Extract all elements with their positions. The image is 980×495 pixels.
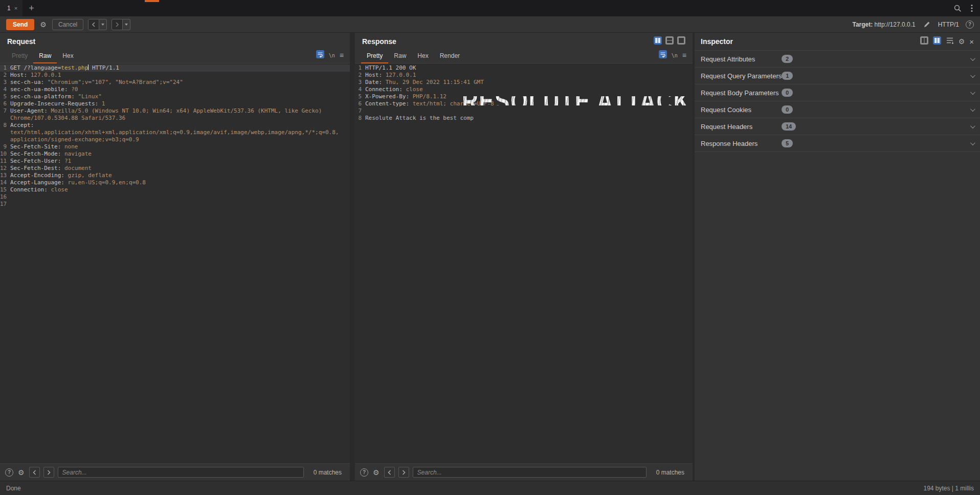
view-single-icon[interactable]	[677, 36, 685, 47]
response-tab-render[interactable]: Render	[434, 52, 465, 63]
forward-split-button	[112, 19, 130, 30]
chevron-down-icon[interactable]	[970, 106, 975, 112]
inspector-view-columns-icon[interactable]	[920, 36, 928, 47]
request-search-input[interactable]	[58, 467, 304, 478]
help-icon[interactable]: ?	[966, 20, 974, 29]
request-tab-raw[interactable]: Raw	[33, 52, 57, 63]
inspector-settings-gear-icon[interactable]: ⚙	[959, 38, 965, 45]
resolute-attack-watermark: RESOLUTE ATTACK	[462, 96, 691, 105]
http-version-toggle[interactable]: HTTP/1	[938, 21, 959, 28]
titlebar-accent	[145, 0, 159, 2]
code-line: 14Accept-Language: ru,en-US;q=0.9,en;q=0…	[0, 179, 350, 186]
wrap-toggle-icon[interactable]	[316, 50, 324, 60]
code-line: 10Sec-Fetch-Mode: navigate	[0, 150, 350, 158]
inspector-section-request-body-parameters[interactable]: Request Body Parameters0	[695, 84, 980, 101]
code-line: 15Connection: close	[0, 186, 350, 193]
view-columns-icon[interactable]	[654, 36, 662, 47]
code-line: 9Sec-Fetch-Site: none	[0, 143, 350, 150]
chevron-down-icon[interactable]	[970, 123, 975, 128]
search-settings-gear-icon[interactable]: ⚙	[372, 469, 381, 476]
search-help-icon[interactable]: ?	[5, 468, 13, 477]
response-panel: Response PrettyRawHexRender	[355, 33, 693, 481]
chevron-down-icon[interactable]	[970, 140, 975, 145]
code-line: 16	[0, 193, 350, 201]
search-help-icon[interactable]: ?	[360, 468, 368, 477]
code-line: 8Accept:	[0, 122, 350, 129]
edit-target-pencil-icon[interactable]	[922, 21, 931, 28]
request-search-bar: ? ⚙ 0 matches	[0, 463, 350, 481]
target-label: Target:	[852, 21, 873, 28]
repeater-tab-1[interactable]: 1 ×	[0, 0, 23, 16]
request-match-count: 0 matches	[314, 469, 342, 476]
editor-menu-icon[interactable]: ≡	[682, 52, 686, 59]
code-line: 2Host: 127.0.0.1	[355, 72, 693, 79]
status-bar: Done 194 bytes | 1 millis	[0, 481, 980, 495]
response-panel-title: Response	[362, 37, 396, 46]
search-icon[interactable]	[953, 5, 963, 12]
tab-close-icon[interactable]: ×	[14, 5, 17, 11]
forward-dropdown-button[interactable]	[123, 19, 130, 30]
collapse-all-icon[interactable]	[946, 37, 954, 46]
code-line: 1HTTP/1.1 200 OK	[355, 64, 693, 72]
inspector-section-request-attributes[interactable]: Request Attributes2	[695, 51, 980, 68]
section-label: Request Query Parameters	[701, 72, 782, 80]
search-settings-gear-icon[interactable]: ⚙	[17, 469, 26, 476]
chevron-down-icon[interactable]	[970, 56, 975, 61]
inspector-section-response-headers[interactable]: Response Headers5	[695, 135, 980, 152]
code-line: text/html,application/xhtml+xml,applicat…	[0, 129, 350, 136]
request-tab-hex[interactable]: Hex	[57, 52, 79, 63]
inspector-section-request-cookies[interactable]: Request Cookies0	[695, 101, 980, 118]
request-panel: Request PrettyRawHex \n ≡ 1GET /?languag…	[0, 33, 350, 481]
response-editor[interactable]: 1HTTP/1.1 200 OK2Host: 127.0.0.13Date: T…	[355, 63, 693, 463]
response-tab-hex[interactable]: Hex	[412, 52, 434, 63]
status-text: Done	[6, 485, 21, 492]
newline-toggle-icon[interactable]: \n	[672, 53, 678, 58]
prev-match-button[interactable]	[29, 467, 40, 478]
back-split-button	[88, 19, 107, 30]
inspector-section-request-headers[interactable]: Request Headers14	[695, 118, 980, 135]
forward-button[interactable]	[112, 19, 123, 30]
repeater-tab-bar: 1 × +	[0, 0, 980, 16]
view-rows-icon[interactable]	[665, 36, 674, 47]
section-label: Request Cookies	[701, 106, 782, 114]
inspector-view-selected-icon[interactable]	[933, 36, 941, 47]
response-search-input[interactable]	[413, 467, 647, 478]
prev-match-button[interactable]	[384, 467, 395, 478]
request-editor[interactable]: 1GET /?language=test.php HTTP/1.12Host: …	[0, 63, 350, 463]
code-line: 17	[0, 201, 350, 208]
response-size-time: 194 bytes | 1 millis	[924, 485, 974, 492]
response-tab-raw[interactable]: Raw	[388, 52, 412, 63]
section-label: Request Attributes	[701, 55, 782, 63]
newline-toggle-icon[interactable]: \n	[329, 53, 335, 58]
code-line: 6Upgrade-Insecure-Requests: 1	[0, 100, 350, 107]
request-tab-pretty[interactable]: Pretty	[6, 52, 33, 63]
panel-splitter[interactable]	[350, 33, 355, 481]
inspector-panel: Inspector ⚙ × Request Attributes2Request…	[693, 33, 980, 481]
back-dropdown-button[interactable]	[99, 19, 107, 30]
count-badge: 0	[782, 89, 793, 97]
burp-repeater-window: 1 × + Send ⚙ Cancel	[0, 0, 980, 495]
code-line: 2Host: 127.0.0.1	[0, 72, 350, 79]
count-badge: 2	[782, 55, 793, 63]
send-settings-gear-icon[interactable]: ⚙	[39, 21, 48, 28]
count-badge: 1	[782, 72, 793, 80]
response-tab-pretty[interactable]: Pretty	[361, 52, 388, 63]
main-area: Request PrettyRawHex \n ≡ 1GET /?languag…	[0, 33, 980, 481]
chevron-down-icon	[101, 24, 104, 26]
inspector-close-icon[interactable]: ×	[969, 38, 974, 46]
send-button[interactable]: Send	[6, 19, 34, 30]
more-menu-icon[interactable]	[970, 4, 974, 12]
chevron-down-icon	[125, 24, 128, 26]
cancel-button[interactable]: Cancel	[52, 19, 83, 30]
inspector-section-request-query-parameters[interactable]: Request Query Parameters1	[695, 68, 980, 84]
wrap-toggle-icon[interactable]	[659, 50, 667, 60]
next-match-button[interactable]	[398, 467, 409, 478]
editor-menu-icon[interactable]: ≡	[340, 52, 344, 59]
chevron-down-icon[interactable]	[970, 73, 975, 78]
tab-label: 1	[7, 5, 11, 12]
add-tab-button[interactable]: +	[23, 1, 40, 16]
count-badge: 0	[782, 105, 793, 114]
back-button[interactable]	[88, 19, 99, 30]
chevron-down-icon[interactable]	[970, 90, 975, 95]
next-match-button[interactable]	[43, 467, 54, 478]
